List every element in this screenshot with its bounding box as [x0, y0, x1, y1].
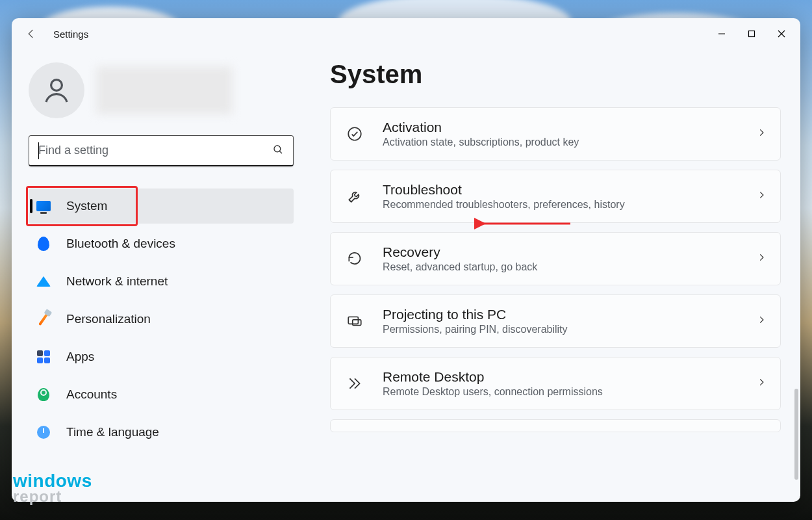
system-icon — [35, 201, 52, 211]
card-projecting[interactable]: Projecting to this PC Permissions, pairi… — [330, 294, 781, 348]
sidebar-item-label: Personalization — [66, 312, 151, 326]
card-remote-desktop[interactable]: Remote Desktop Remote Desktop users, con… — [330, 357, 781, 410]
svg-rect-1 — [749, 31, 755, 37]
sidebar-nav: System Bluetooth & devices Network & int… — [29, 188, 294, 450]
page-title: System — [330, 60, 781, 89]
card-subtitle: Permissions, pairing PIN, discoverabilit… — [383, 324, 568, 335]
user-name-redacted — [96, 66, 233, 114]
chevron-right-icon — [757, 315, 766, 327]
card-subtitle: Reset, advanced startup, go back — [383, 261, 537, 273]
card-title: Activation — [383, 120, 579, 135]
chevron-right-icon — [757, 190, 766, 202]
wifi-icon — [35, 276, 52, 287]
svg-rect-6 — [348, 317, 358, 324]
apps-icon — [35, 350, 52, 363]
sidebar-item-network-internet[interactable]: Network & internet — [29, 264, 294, 299]
minimize-button[interactable] — [707, 21, 737, 47]
sidebar-item-label: Apps — [66, 350, 94, 364]
svg-point-5 — [348, 127, 361, 140]
svg-point-2 — [51, 80, 62, 91]
sidebar-item-bluetooth-devices[interactable]: Bluetooth & devices — [29, 226, 294, 261]
wrench-icon — [345, 188, 364, 205]
clock-globe-icon — [35, 426, 52, 439]
card-troubleshoot[interactable]: Troubleshoot Recommended troubleshooters… — [330, 170, 781, 223]
paintbrush-icon — [35, 312, 52, 326]
avatar — [29, 62, 84, 118]
card-title: Recovery — [383, 244, 537, 260]
sidebar-item-personalization[interactable]: Personalization — [29, 302, 294, 337]
card-subtitle: Remote Desktop users, connection permiss… — [383, 386, 603, 398]
scrollbar-thumb[interactable] — [794, 389, 798, 480]
chevron-right-icon — [757, 378, 766, 389]
bluetooth-icon — [35, 237, 52, 251]
sidebar-item-label: Time & language — [66, 425, 159, 439]
remote-desktop-icon — [345, 375, 364, 392]
card-title: Projecting to this PC — [383, 307, 568, 322]
content-area: System Activation Activation state, subs… — [305, 49, 800, 502]
search-box[interactable] — [29, 135, 294, 166]
card-subtitle: Activation state, subscriptions, product… — [383, 136, 579, 148]
card-activation[interactable]: Activation Activation state, subscriptio… — [330, 107, 781, 161]
card-title: Troubleshoot — [383, 182, 625, 198]
sidebar-item-apps[interactable]: Apps — [29, 339, 294, 374]
search-icon — [272, 144, 284, 158]
user-profile[interactable] — [29, 62, 294, 118]
sidebar-item-label: System — [66, 199, 107, 213]
card-partial-next[interactable] — [330, 419, 781, 432]
text-cursor — [38, 142, 39, 159]
checkmark-circle-icon — [345, 125, 364, 142]
sidebar-item-accounts[interactable]: Accounts — [29, 377, 294, 412]
settings-window: Settings — [12, 18, 800, 502]
card-recovery[interactable]: Recovery Reset, advanced startup, go bac… — [330, 232, 781, 285]
sidebar-item-time-language[interactable]: Time & language — [29, 415, 294, 450]
person-icon — [35, 388, 52, 401]
maximize-button[interactable] — [737, 21, 767, 47]
project-icon — [345, 313, 364, 330]
title-bar: Settings — [12, 18, 800, 49]
svg-rect-7 — [353, 320, 361, 326]
sidebar: System Bluetooth & devices Network & int… — [12, 49, 305, 502]
sidebar-item-label: Bluetooth & devices — [66, 237, 175, 251]
svg-line-4 — [279, 151, 282, 153]
search-input[interactable] — [38, 144, 263, 157]
sidebar-item-system[interactable]: System — [29, 188, 294, 224]
back-button[interactable] — [21, 23, 42, 44]
recovery-icon — [345, 250, 364, 267]
card-subtitle: Recommended troubleshooters, preferences… — [383, 199, 625, 211]
chevron-right-icon — [757, 128, 766, 140]
close-button[interactable] — [767, 21, 796, 47]
chevron-right-icon — [757, 253, 766, 265]
window-title: Settings — [53, 29, 88, 40]
sidebar-item-label: Network & internet — [66, 274, 168, 289]
card-title: Remote Desktop — [383, 369, 603, 385]
sidebar-item-label: Accounts — [66, 387, 117, 402]
svg-point-3 — [274, 146, 281, 152]
